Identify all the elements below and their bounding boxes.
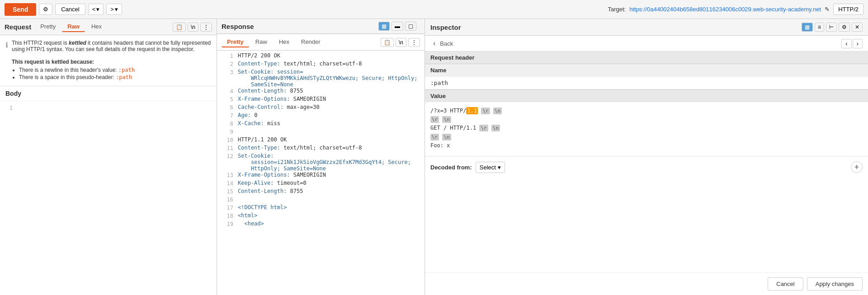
value-line-2: \r \n xyxy=(430,115,863,124)
chevron-down-icon: ▾ xyxy=(498,164,501,171)
response-panel-header: Response ▦ ▬ ▢ xyxy=(217,19,425,34)
add-encoding-button[interactable]: + xyxy=(851,161,863,173)
response-view-split[interactable]: ▦ xyxy=(378,22,390,31)
request-tool-clipboard[interactable]: 📋 xyxy=(173,23,186,32)
inspector-nav: ‹ Back ‹ › xyxy=(425,36,868,52)
response-tool-clipboard[interactable]: 📋 xyxy=(381,38,394,47)
header-name-value: :path xyxy=(425,77,868,89)
warning-item-2: There is a space in this pseudo-header: … xyxy=(19,74,211,80)
response-line-14: 14 Keep-Alive: timeout=0 xyxy=(217,180,425,188)
name-col-header: Name xyxy=(425,64,868,77)
body-line-numbers: 1 xyxy=(5,105,211,111)
response-line-3: 3 Set-Cookie: session= WRlcqHWHvBYMKkiAH… xyxy=(217,69,425,88)
chevron-left-icon: < xyxy=(92,6,96,13)
warning-text: This HTTP/2 request is kettled it contai… xyxy=(12,40,211,81)
tab-response-raw[interactable]: Raw xyxy=(250,37,273,47)
value-line-5: Foo: x xyxy=(430,141,863,150)
response-line-4: 4 Content-Length: 8755 xyxy=(217,88,425,96)
response-tabs-bar: Pretty Raw Hex Render 📋 \n ⋮ xyxy=(217,34,425,51)
response-line-16: 16 xyxy=(217,196,425,204)
response-code-view[interactable]: 1 HTTP/2 200 OK 2 Content-Type: text/htm… xyxy=(217,51,425,295)
response-line-6: 6 Cache-Control: max-age=30 xyxy=(217,104,425,112)
inspector-divider[interactable]: ⊢ xyxy=(826,23,837,32)
response-line-7: 7 Age: 0 xyxy=(217,112,425,120)
nav-forward-button[interactable]: > ▾ xyxy=(106,4,122,15)
response-view-full[interactable]: ▢ xyxy=(405,22,416,31)
response-line-15: 15 Content-Length: 8755 xyxy=(217,188,425,196)
inspector-nav-arrows: ‹ › xyxy=(841,39,863,48)
highlight-1-1: 1.1 xyxy=(466,107,478,114)
request-panel-title: Request xyxy=(5,23,31,31)
response-line-10: 10 HTTP/1.1 200 OK xyxy=(217,136,425,145)
tab-response-render[interactable]: Render xyxy=(296,37,326,47)
send-button[interactable]: Send xyxy=(5,3,36,16)
target-label: Target: xyxy=(608,6,626,13)
nav-prev-arrow[interactable]: ‹ xyxy=(841,39,851,48)
tab-request-hex[interactable]: Hex xyxy=(86,22,107,32)
response-panel-tools: 📋 \n ⋮ xyxy=(381,38,420,47)
response-line-1: 1 HTTP/2 200 OK xyxy=(217,52,425,61)
settings-button[interactable]: ⚙ xyxy=(39,4,52,15)
response-tabs: Pretty Raw Hex Render xyxy=(222,37,326,47)
inspector-view-list[interactable]: ≡ xyxy=(815,23,824,32)
response-line-13: 13 X-Frame-Options: SAMEORIGIN xyxy=(217,172,425,180)
chevron-down-icon: ▾ xyxy=(96,6,99,13)
main-content: Request Pretty Raw Hex 📋 \n ⋮ ℹ This HTT… xyxy=(0,19,868,295)
response-line-12: 12 Set-Cookie: session=i21Nk1JkSioVgGWzz… xyxy=(217,153,425,172)
chevron-down-icon: ▾ xyxy=(115,6,118,13)
kettled-warning: ℹ This HTTP/2 request is kettled it cont… xyxy=(0,35,217,86)
response-line-18: 18 <html> xyxy=(217,212,425,220)
tab-request-pretty[interactable]: Pretty xyxy=(35,22,61,32)
nav-next-arrow[interactable]: › xyxy=(853,39,863,48)
cancel-button[interactable]: Cancel xyxy=(55,4,85,15)
request-panel: Request Pretty Raw Hex 📋 \n ⋮ ℹ This HTT… xyxy=(0,19,217,295)
tab-response-pretty[interactable]: Pretty xyxy=(222,37,249,47)
info-icon: ℹ xyxy=(5,41,8,81)
response-tool-more[interactable]: ⋮ xyxy=(408,38,420,47)
target-url[interactable]: https://0a44002404b658ed80116234006c0029… xyxy=(629,6,821,13)
response-view-horizontal[interactable]: ▬ xyxy=(392,22,403,31)
warning-item-1: There is a newline in this header's valu… xyxy=(19,67,211,73)
toolbar: Send ⚙ Cancel < ▾ > ▾ Target: https://0a… xyxy=(0,0,868,19)
request-tabs: Pretty Raw Hex xyxy=(35,22,107,32)
tab-request-raw[interactable]: Raw xyxy=(62,22,85,32)
nav-back-button[interactable]: < ▾ xyxy=(88,4,104,15)
inspector-body: Request header Name :path Value /?x=3 HT… xyxy=(425,52,868,272)
response-panel: Response ▦ ▬ ▢ Pretty Raw Hex Render 📋 \… xyxy=(217,19,425,295)
edit-icon[interactable]: ✎ xyxy=(825,6,830,13)
response-tool-wrap[interactable]: \n xyxy=(396,38,406,47)
value-line-1: /?x=3 HTTP/1.1 \r \n xyxy=(430,107,863,115)
inspector-tools: ▦ ≡ ⊢ ⚙ ✕ xyxy=(802,23,863,32)
inspector-panel: Inspector ▦ ≡ ⊢ ⚙ ✕ ‹ Back ‹ › Request h… xyxy=(425,19,868,295)
body-content[interactable]: 1 xyxy=(0,101,217,115)
http-version-button[interactable]: HTTP/2 xyxy=(833,4,863,15)
request-header-table: Name :path xyxy=(425,64,868,89)
request-tool-wrap[interactable]: \n xyxy=(188,23,198,32)
value-line-4: \r \n xyxy=(430,133,863,141)
chevron-right-icon: > xyxy=(110,6,114,13)
inspector-view-split[interactable]: ▦ xyxy=(802,23,813,32)
cancel-changes-button[interactable]: Cancel xyxy=(768,277,803,290)
request-panel-header: Request Pretty Raw Hex 📋 \n ⋮ xyxy=(0,19,217,35)
apply-changes-button[interactable]: Apply changes xyxy=(807,277,863,290)
value-col-label: Value xyxy=(425,90,868,102)
request-tool-more[interactable]: ⋮ xyxy=(200,23,212,32)
inspector-footer: Cancel Apply changes xyxy=(425,272,868,295)
nav-back-icon[interactable]: ‹ xyxy=(430,38,438,48)
inspector-header: Inspector ▦ ≡ ⊢ ⚙ ✕ xyxy=(425,19,868,36)
warning-list: There is a newline in this header's valu… xyxy=(19,67,211,80)
tab-response-hex[interactable]: Hex xyxy=(274,37,295,47)
request-panel-body: ℹ This HTTP/2 request is kettled it cont… xyxy=(0,35,217,295)
inspector-close[interactable]: ✕ xyxy=(852,23,863,32)
value-content[interactable]: /?x=3 HTTP/1.1 \r \n \r \n GET / HTTP/1.… xyxy=(425,102,868,156)
request-header-section: Request header xyxy=(425,52,868,64)
target-info: Target: https://0a44002404b658ed80116234… xyxy=(608,4,863,15)
nav-back-label[interactable]: Back xyxy=(440,40,453,47)
request-panel-tools: 📋 \n ⋮ xyxy=(173,23,212,32)
inspector-settings[interactable]: ⚙ xyxy=(839,23,850,32)
decoded-select-dropdown[interactable]: Select ▾ xyxy=(476,162,505,173)
response-line-2: 2 Content-Type: text/html; charset=utf-8 xyxy=(217,61,425,69)
response-line-11: 11 Content-Type: text/html; charset=utf-… xyxy=(217,145,425,153)
response-line-9: 9 xyxy=(217,128,425,136)
response-line-19: 19 <head> xyxy=(217,220,425,229)
